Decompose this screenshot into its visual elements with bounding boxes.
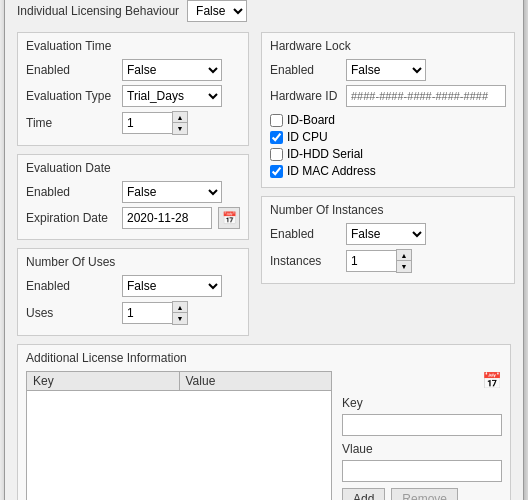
key-area: Key: [342, 396, 502, 436]
key-input[interactable]: [342, 414, 502, 436]
uses-down-btn[interactable]: ▼: [173, 313, 187, 324]
eval-type-row: Evaluation Type Trial_Days: [26, 85, 240, 107]
time-down-btn[interactable]: ▼: [173, 123, 187, 134]
hw-id-row: Hardware ID: [270, 85, 506, 107]
num-uses-section: Number Of Uses Enabled FalseTrue Uses ▲: [17, 248, 249, 336]
table-col-key: Key: [27, 372, 180, 390]
time-up-btn[interactable]: ▲: [173, 112, 187, 123]
expiry-label: Expiration Date: [26, 211, 116, 225]
id-hdd-label: ID-HDD Serial: [287, 147, 363, 161]
two-col-layout: Evaluation Time Enabled FalseTrue Evalua…: [17, 32, 511, 344]
table-header: Key Value: [27, 372, 331, 391]
date-enabled-select[interactable]: FalseTrue: [122, 181, 222, 203]
value-label: Vlaue: [342, 442, 502, 456]
eval-time-label: Time: [26, 116, 116, 130]
id-board-label: ID-Board: [287, 113, 335, 127]
inst-spinner: ▲ ▼: [346, 249, 412, 273]
num-instances-section: Number Of Instances Enabled FalseTrue In…: [261, 196, 515, 284]
checkbox-cpu-row: ID CPU: [270, 130, 506, 144]
hw-enabled-label: Enabled: [270, 63, 340, 77]
uses-up-btn[interactable]: ▲: [173, 302, 187, 313]
inst-down-btn[interactable]: ▼: [397, 261, 411, 272]
hw-id-label: Hardware ID: [270, 89, 340, 103]
id-board-checkbox[interactable]: [270, 114, 283, 127]
uses-enabled-select[interactable]: FalseTrue: [122, 275, 222, 297]
expiry-row: Expiration Date 📅: [26, 207, 240, 229]
value-input[interactable]: [342, 460, 502, 482]
uses-input[interactable]: [122, 302, 172, 324]
eval-type-label: Evaluation Type: [26, 89, 116, 103]
eval-type-select[interactable]: Trial_Days: [122, 85, 222, 107]
checkbox-hdd-row: ID-HDD Serial: [270, 147, 506, 161]
time-input[interactable]: [122, 112, 172, 134]
expiry-date-input[interactable]: [122, 207, 212, 229]
eval-date-section: Evaluation Date Enabled FalseTrue Expira…: [17, 154, 249, 240]
main-window: L LicenseGenAPP ✕ Proj File/Master Key O…: [4, 0, 524, 500]
uses-spinner: ▲ ▼: [122, 301, 188, 325]
inst-input[interactable]: [346, 250, 396, 272]
id-hdd-checkbox[interactable]: [270, 148, 283, 161]
inst-spinner-btns: ▲ ▼: [396, 249, 412, 273]
eval-enabled-select[interactable]: FalseTrue: [122, 59, 222, 81]
uses-enabled-label: Enabled: [26, 279, 116, 293]
eval-time-title: Evaluation Time: [26, 39, 240, 53]
eval-time-row: Time ▲ ▼: [26, 111, 240, 135]
additional-section: Additional License Information Key Value…: [17, 344, 511, 500]
date-picker-btn[interactable]: 📅: [218, 207, 240, 229]
checkbox-board-row: ID-Board: [270, 113, 506, 127]
individual-row: Individual Licensing Behaviour False Tru…: [17, 0, 511, 22]
eval-date-title: Evaluation Date: [26, 161, 240, 175]
remove-button[interactable]: Remove: [391, 488, 458, 500]
date-enabled-label: Enabled: [26, 185, 116, 199]
hardware-id-input[interactable]: [346, 85, 506, 107]
checkbox-mac-row: ID MAC Address: [270, 164, 506, 178]
id-mac-checkbox[interactable]: [270, 165, 283, 178]
uses-spinner-btns: ▲ ▼: [172, 301, 188, 325]
id-cpu-checkbox[interactable]: [270, 131, 283, 144]
add-remove-row: Add Remove: [342, 488, 502, 500]
eval-enabled-label: Enabled: [26, 63, 116, 77]
right-column: Hardware Lock Enabled FalseTrue Hardware…: [261, 32, 515, 344]
content-area: Proj File/Master Key Open Individual Lic…: [5, 0, 523, 500]
inst-enabled-select[interactable]: FalseTrue: [346, 223, 426, 245]
additional-title: Additional License Information: [26, 351, 502, 365]
num-instances-title: Number Of Instances: [270, 203, 506, 217]
individual-label: Individual Licensing Behaviour: [17, 4, 179, 18]
uses-label: Uses: [26, 306, 116, 320]
uses-row: Uses ▲ ▼: [26, 301, 240, 325]
time-spinner: ▲ ▼: [122, 111, 188, 135]
additional-inner: Key Value 📅 Key Vlaue Add: [26, 371, 502, 500]
inst-enabled-row: Enabled FalseTrue: [270, 223, 506, 245]
add-button[interactable]: Add: [342, 488, 385, 500]
hardware-lock-section: Hardware Lock Enabled FalseTrue Hardware…: [261, 32, 515, 188]
inst-up-btn[interactable]: ▲: [397, 250, 411, 261]
eval-enabled-row: Enabled FalseTrue: [26, 59, 240, 81]
num-uses-title: Number Of Uses: [26, 255, 240, 269]
hardware-lock-title: Hardware Lock: [270, 39, 506, 53]
uses-enabled-row: Enabled FalseTrue: [26, 275, 240, 297]
hw-enabled-select[interactable]: FalseTrue: [346, 59, 426, 81]
individual-select[interactable]: False True: [187, 0, 247, 22]
value-area: Vlaue: [342, 442, 502, 482]
eval-time-section: Evaluation Time Enabled FalseTrue Evalua…: [17, 32, 249, 146]
calendar-icon: 📅: [342, 371, 502, 390]
key-value-panel: 📅 Key Vlaue Add Remove: [342, 371, 502, 500]
table-col-value: Value: [180, 372, 332, 390]
key-label: Key: [342, 396, 502, 410]
time-spinner-btns: ▲ ▼: [172, 111, 188, 135]
checkboxes-area: ID-Board ID CPU ID-HDD Serial ID MA: [270, 113, 506, 178]
hw-enabled-row: Enabled FalseTrue: [270, 59, 506, 81]
id-cpu-label: ID CPU: [287, 130, 328, 144]
id-mac-label: ID MAC Address: [287, 164, 376, 178]
inst-enabled-label: Enabled: [270, 227, 340, 241]
date-enabled-row: Enabled FalseTrue: [26, 181, 240, 203]
inst-label: Instances: [270, 254, 340, 268]
inst-row: Instances ▲ ▼: [270, 249, 506, 273]
additional-table: Key Value: [26, 371, 332, 500]
left-column: Evaluation Time Enabled FalseTrue Evalua…: [17, 32, 249, 344]
